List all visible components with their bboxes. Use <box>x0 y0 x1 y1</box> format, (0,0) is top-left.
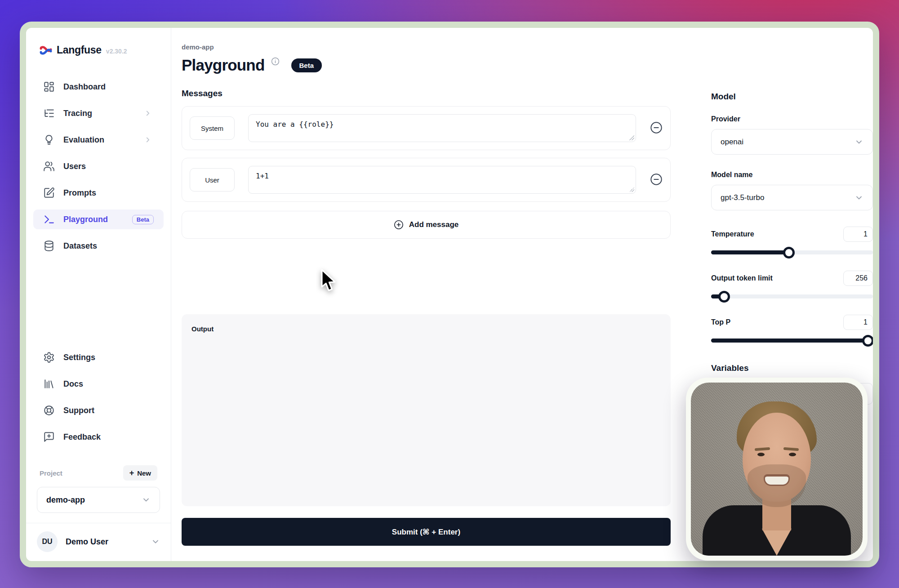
message-content-textarea[interactable]: 1+1 <box>248 166 636 194</box>
chevron-down-icon <box>854 193 863 202</box>
sidebar-item-label: Docs <box>63 379 83 389</box>
project-select-value: demo-app <box>46 495 85 505</box>
temperature-group: Temperature 1 <box>711 227 873 254</box>
sidebar-item-settings[interactable]: Settings <box>33 347 164 367</box>
slider-fill <box>711 250 789 254</box>
presenter-portrait <box>691 383 863 556</box>
sidebar-item-support[interactable]: Support <box>33 401 164 420</box>
webcam-video <box>691 383 863 556</box>
sidebar-item-evaluation[interactable]: Evaluation <box>33 130 164 150</box>
user-menu[interactable]: DU Demo User <box>26 523 171 552</box>
project-label: Project <box>40 469 62 477</box>
playground-beta-badge: Beta <box>132 215 154 224</box>
new-project-label: New <box>137 469 151 477</box>
app-version: v2.30.2 <box>106 48 127 55</box>
dashboard-icon <box>43 81 55 93</box>
top-p-label: Top P <box>711 318 730 326</box>
chevron-right-icon <box>142 109 154 117</box>
prompts-icon <box>43 187 55 199</box>
add-message-button[interactable]: Add message <box>182 211 671 239</box>
messages-section-title: Messages <box>182 89 681 98</box>
langfuse-logo-icon <box>40 45 52 55</box>
plus-icon: + <box>129 469 134 477</box>
temperature-value-input[interactable]: 1 <box>843 227 873 242</box>
webcam-overlay <box>686 378 868 561</box>
top-p-group: Top P 1 <box>711 315 873 343</box>
temperature-label: Temperature <box>711 230 754 238</box>
sidebar-item-datasets[interactable]: Datasets <box>33 236 164 256</box>
evaluation-icon <box>43 134 55 146</box>
output-label: Output <box>191 325 661 333</box>
sidebar-item-label: Evaluation <box>63 135 104 145</box>
avatar: DU <box>37 531 58 552</box>
sidebar-item-label: Users <box>63 162 86 171</box>
minus-circle-icon <box>650 121 663 134</box>
output-token-limit-value-input[interactable]: 256 <box>843 271 873 286</box>
beta-badge: Beta <box>291 58 322 72</box>
app-title: Langfuse <box>57 44 102 56</box>
new-project-button[interactable]: + New <box>123 465 157 481</box>
playground-icon <box>43 214 55 225</box>
sidebar-item-prompts[interactable]: Prompts <box>33 183 164 203</box>
gear-icon <box>43 352 55 363</box>
model-name-select[interactable]: gpt-3.5-turbo <box>711 185 873 210</box>
output-token-limit-label: Output token limit <box>711 274 773 282</box>
chevron-down-icon <box>854 138 863 147</box>
add-message-label: Add message <box>409 220 459 229</box>
sidebar-item-label: Playground <box>63 215 108 224</box>
sidebar-item-label: Dashboard <box>63 82 106 92</box>
role-selector-button[interactable]: User <box>190 168 235 192</box>
minus-circle-icon <box>650 173 663 186</box>
sidebar-item-label: Settings <box>63 353 95 362</box>
info-icon[interactable] <box>271 57 280 66</box>
top-p-slider[interactable] <box>711 339 873 343</box>
slider-fill <box>711 339 868 343</box>
top-p-value-input[interactable]: 1 <box>843 315 873 330</box>
tracing-icon <box>43 107 55 119</box>
remove-message-button[interactable] <box>650 121 663 135</box>
sidebar-item-playground[interactable]: Playground Beta <box>33 209 164 229</box>
provider-value: openai <box>721 138 743 147</box>
remove-message-button[interactable] <box>650 173 663 187</box>
sidebar-item-users[interactable]: Users <box>33 156 164 176</box>
project-select[interactable]: demo-app <box>37 487 160 513</box>
sidebar-item-docs[interactable]: Docs <box>33 374 164 394</box>
datasets-icon <box>43 240 55 252</box>
temperature-slider[interactable] <box>711 250 873 254</box>
model-name-value: gpt-3.5-turbo <box>721 193 764 202</box>
slider-thumb[interactable] <box>862 335 874 347</box>
user-name: Demo User <box>66 537 143 547</box>
sidebar-item-dashboard[interactable]: Dashboard <box>33 77 164 97</box>
chevron-right-icon <box>142 136 154 144</box>
output-token-limit-slider[interactable] <box>711 294 873 298</box>
role-selector-button[interactable]: System <box>190 116 235 140</box>
users-icon <box>43 160 55 172</box>
sidebar-item-feedback[interactable]: Feedback <box>33 427 164 447</box>
submit-button[interactable]: Submit (⌘ + Enter) <box>182 518 671 546</box>
message-row-system: System You are a {{role}} <box>182 106 671 150</box>
sidebar-item-label: Feedback <box>63 432 101 442</box>
sidebar-item-tracing[interactable]: Tracing <box>33 103 164 123</box>
chevron-down-icon <box>142 495 151 504</box>
provider-label: Provider <box>711 115 873 123</box>
provider-select[interactable]: openai <box>711 129 873 155</box>
slider-thumb[interactable] <box>783 247 795 258</box>
mouse-cursor <box>320 269 341 295</box>
sidebar-footer-nav: Settings Docs Support Feedback <box>26 347 171 454</box>
sidebar-item-label: Support <box>63 406 94 415</box>
sidebar-item-label: Tracing <box>63 109 92 118</box>
page-title: Playground <box>182 56 265 74</box>
message-content-textarea[interactable]: You are a {{role}} <box>248 114 636 142</box>
breadcrumb[interactable]: demo-app <box>182 43 681 51</box>
main-content: demo-app Playground Beta Messages System… <box>171 28 681 561</box>
sidebar-item-label: Prompts <box>63 188 96 198</box>
model-name-label: Model name <box>711 171 873 179</box>
slider-thumb[interactable] <box>718 291 730 303</box>
library-icon <box>43 378 55 390</box>
logo: Langfuse v2.30.2 <box>26 44 171 56</box>
output-token-limit-group: Output token limit 256 <box>711 271 873 298</box>
variables-section-title: Variables <box>711 363 873 373</box>
messages-list: System You are a {{role}} User 1+1 <box>182 106 671 202</box>
sidebar: Langfuse v2.30.2 Dashboard Tracing Evalu… <box>26 28 171 561</box>
sidebar-nav: Dashboard Tracing Evaluation Users Promp <box>26 77 171 263</box>
